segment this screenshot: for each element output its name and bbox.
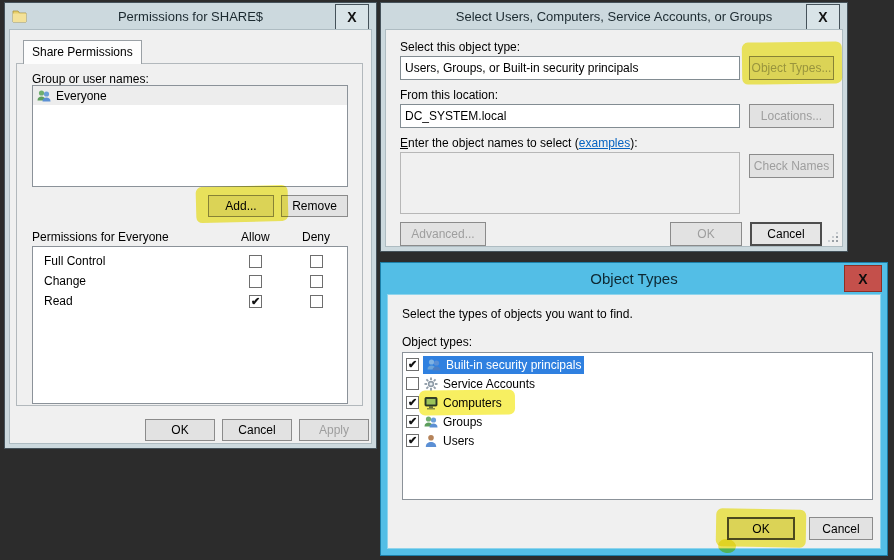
list-item-label: Computers xyxy=(443,396,502,410)
ok-button[interactable]: OK xyxy=(145,419,215,441)
selection-highlight: Built-in security principals xyxy=(423,356,584,374)
user-icon xyxy=(423,433,439,449)
list-item-service-accounts[interactable]: Service Accounts xyxy=(403,374,872,393)
close-icon[interactable]: X xyxy=(335,4,369,30)
object-type-label: Select this object type: xyxy=(400,40,520,54)
locations-button[interactable]: Locations... xyxy=(749,104,834,128)
close-icon[interactable]: X xyxy=(844,265,882,292)
list-item-label: Everyone xyxy=(56,89,107,103)
list-item-groups[interactable]: ✔ Groups xyxy=(403,412,872,431)
group-icon xyxy=(36,88,52,104)
object-types-title: Object Types xyxy=(590,270,677,287)
highlight-ok-tail xyxy=(717,538,737,554)
object-types-list-label: Object types: xyxy=(402,335,472,349)
list-item-label: Built-in security principals xyxy=(446,358,581,372)
list-item-everyone[interactable]: Everyone xyxy=(33,86,347,105)
select-users-title: Select Users, Computers, Service Account… xyxy=(456,9,772,24)
add-button[interactable]: Add... xyxy=(208,195,274,217)
permission-name: Change xyxy=(36,274,86,288)
checkbox-builtin[interactable]: ✔ xyxy=(406,358,419,371)
object-types-body: Select the types of objects you want to … xyxy=(387,294,881,549)
instruction-label: Select the types of objects you want to … xyxy=(402,307,633,321)
checkbox-service-accounts[interactable] xyxy=(406,377,419,390)
permissions-for-label: Permissions for Everyone xyxy=(32,230,169,244)
computer-icon xyxy=(423,395,439,411)
list-item-builtin[interactable]: ✔ Built-in security principals xyxy=(403,355,872,374)
permissions-list[interactable]: Full Control Change Read ✔ xyxy=(32,246,348,404)
remove-button[interactable]: Remove xyxy=(281,195,348,217)
permissions-titlebar[interactable]: Permissions for SHARE$ xyxy=(5,3,376,29)
ok-button[interactable]: OK xyxy=(670,222,742,246)
list-item-computers[interactable]: ✔ Computers xyxy=(403,393,872,412)
checkbox-groups[interactable]: ✔ xyxy=(406,415,419,428)
location-field[interactable]: DC_SYSTEM.local xyxy=(400,104,740,128)
tab-share-permissions[interactable]: Share Permissions xyxy=(23,40,142,64)
examples-link[interactable]: examples xyxy=(579,136,630,150)
cancel-button[interactable]: Cancel xyxy=(750,222,822,246)
deny-checkbox-full-control[interactable] xyxy=(310,255,323,268)
resize-grip[interactable] xyxy=(828,232,838,242)
deny-checkbox-read[interactable] xyxy=(310,295,323,308)
allow-checkbox-full-control[interactable] xyxy=(249,255,262,268)
select-users-titlebar[interactable]: Select Users, Computers, Service Account… xyxy=(381,3,847,29)
select-users-dialog: Select Users, Computers, Service Account… xyxy=(380,2,848,252)
deny-column-header: Deny xyxy=(302,230,330,244)
list-item-users[interactable]: ✔ Users xyxy=(403,431,872,450)
close-icon[interactable]: X xyxy=(806,4,840,30)
group-icon xyxy=(423,414,439,430)
location-label: From this location: xyxy=(400,88,498,102)
check-names-button[interactable]: Check Names xyxy=(749,154,834,178)
gear-icon xyxy=(423,376,439,392)
allow-column-header: Allow xyxy=(241,230,270,244)
permission-row: Read ✔ xyxy=(33,291,347,311)
object-types-list[interactable]: ✔ Built-in security principals xyxy=(402,352,873,500)
cancel-button[interactable]: Cancel xyxy=(222,419,292,441)
checkbox-computers[interactable]: ✔ xyxy=(406,396,419,409)
advanced-button[interactable]: Advanced... xyxy=(400,222,486,246)
ok-button[interactable]: OK xyxy=(727,517,795,540)
list-item-label: Users xyxy=(443,434,474,448)
group-icon xyxy=(426,357,442,373)
object-types-titlebar[interactable]: Object Types xyxy=(381,263,887,294)
cancel-button[interactable]: Cancel xyxy=(809,517,873,540)
permission-row: Full Control xyxy=(33,251,347,271)
list-item-label: Groups xyxy=(443,415,482,429)
object-names-label: Enter the object names to select (exampl… xyxy=(400,136,637,150)
object-type-field[interactable]: Users, Groups, or Built-in security prin… xyxy=(400,56,740,80)
permission-row: Change xyxy=(33,271,347,291)
group-names-list[interactable]: Everyone xyxy=(32,85,348,187)
allow-checkbox-change[interactable] xyxy=(249,275,262,288)
object-names-input[interactable] xyxy=(400,152,740,214)
permissions-body: Share Permissions Group or user names: E… xyxy=(9,29,372,444)
object-types-button[interactable]: Object Types... xyxy=(749,56,834,80)
allow-checkbox-read[interactable]: ✔ xyxy=(249,295,262,308)
object-types-dialog: Object Types X Select the types of objec… xyxy=(380,262,888,556)
folder-icon xyxy=(12,8,29,24)
checkbox-users[interactable]: ✔ xyxy=(406,434,419,447)
select-users-body: Select this object type: Users, Groups, … xyxy=(385,29,843,247)
permission-name: Read xyxy=(36,294,73,308)
permissions-title: Permissions for SHARE$ xyxy=(118,9,263,24)
permission-name: Full Control xyxy=(36,254,105,268)
deny-checkbox-change[interactable] xyxy=(310,275,323,288)
permissions-dialog: Permissions for SHARE$ X Share Permissio… xyxy=(4,2,377,449)
group-names-label: Group or user names: xyxy=(32,72,149,86)
apply-button[interactable]: Apply xyxy=(299,419,369,441)
list-item-label: Service Accounts xyxy=(443,377,535,391)
